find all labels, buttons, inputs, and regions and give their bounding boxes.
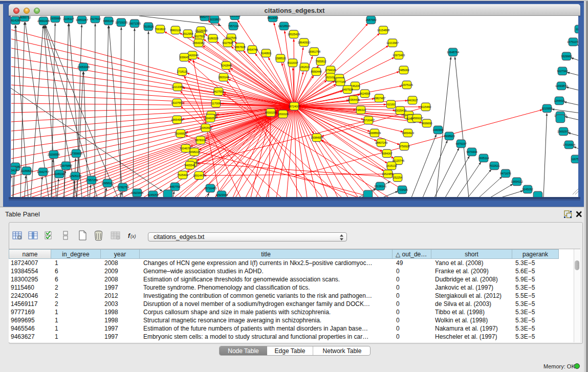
svg-text:7955812: 7955812 bbox=[315, 60, 326, 63]
svg-text:9474444: 9474444 bbox=[466, 150, 477, 154]
svg-text:16154808: 16154808 bbox=[377, 29, 389, 32]
svg-text:7386322: 7386322 bbox=[355, 108, 366, 112]
svg-text:18325419: 18325419 bbox=[288, 33, 300, 36]
svg-text:1615132: 1615132 bbox=[386, 164, 397, 167]
svg-text:117006: 117006 bbox=[211, 102, 221, 105]
svg-text:2803144: 2803144 bbox=[218, 76, 229, 79]
svg-text:1244415: 1244415 bbox=[554, 99, 564, 102]
svg-text:7357224: 7357224 bbox=[228, 25, 239, 28]
svg-text:10719155: 10719155 bbox=[115, 21, 127, 24]
svg-text:9699695: 9699695 bbox=[421, 122, 432, 125]
svg-text:17359938: 17359938 bbox=[70, 152, 82, 155]
svg-text:12093873: 12093873 bbox=[555, 84, 568, 87]
svg-text:16033809: 16033809 bbox=[208, 18, 221, 21]
svg-text:10958107: 10958107 bbox=[101, 182, 114, 185]
svg-text:18807249: 18807249 bbox=[375, 141, 387, 144]
svg-text:19218506: 19218506 bbox=[278, 25, 290, 28]
svg-text:9457791: 9457791 bbox=[169, 185, 180, 188]
svg-text:10648764: 10648764 bbox=[447, 51, 460, 54]
svg-text:2867608: 2867608 bbox=[234, 46, 245, 49]
svg-text:19654963: 19654963 bbox=[171, 118, 183, 121]
svg-text:8471676: 8471676 bbox=[500, 172, 511, 175]
svg-text:8938923: 8938923 bbox=[444, 135, 454, 138]
svg-text:20206556: 20206556 bbox=[48, 153, 60, 156]
svg-text:939645: 939645 bbox=[180, 56, 189, 59]
svg-text:19524851: 19524851 bbox=[382, 172, 394, 176]
svg-text:3913419: 3913419 bbox=[11, 169, 17, 172]
svg-text:8581304: 8581304 bbox=[229, 16, 241, 17]
svg-text:16543382: 16543382 bbox=[192, 41, 205, 45]
svg-text:3912954: 3912954 bbox=[182, 32, 193, 35]
svg-text:6497508: 6497508 bbox=[342, 88, 353, 91]
svg-text:16107552: 16107552 bbox=[171, 101, 183, 104]
svg-text:3498222: 3498222 bbox=[189, 150, 200, 154]
svg-text:10654112: 10654112 bbox=[511, 180, 523, 183]
svg-text:10653267: 10653267 bbox=[76, 18, 88, 21]
svg-text:1830029: 1830029 bbox=[277, 113, 288, 116]
svg-text:3624554: 3624554 bbox=[359, 92, 371, 95]
svg-text:8215955: 8215955 bbox=[541, 107, 552, 110]
svg-text:2935114: 2935114 bbox=[478, 157, 490, 160]
svg-text:2105327: 2105327 bbox=[63, 17, 74, 20]
svg-text:11156829: 11156829 bbox=[20, 169, 32, 172]
svg-text:8990448: 8990448 bbox=[311, 70, 321, 73]
svg-text:(x): (x) bbox=[130, 234, 136, 239]
svg-text:7663822: 7663822 bbox=[155, 28, 165, 31]
svg-text:9146821: 9146821 bbox=[260, 52, 271, 55]
svg-text:9465546: 9465546 bbox=[184, 164, 195, 167]
svg-text:12975115: 12975115 bbox=[401, 83, 413, 86]
svg-text:15226058: 15226058 bbox=[195, 29, 207, 32]
svg-text:9756928: 9756928 bbox=[399, 145, 409, 148]
svg-text:1145194: 1145194 bbox=[54, 172, 66, 176]
svg-text:10688609: 10688609 bbox=[368, 132, 381, 135]
svg-text:9914289: 9914289 bbox=[11, 19, 21, 22]
svg-text:9242848: 9242848 bbox=[221, 64, 231, 67]
svg-text:62160: 62160 bbox=[387, 103, 395, 106]
svg-text:7632621: 7632621 bbox=[489, 164, 499, 167]
svg-text:20053346: 20053346 bbox=[77, 65, 90, 69]
svg-text:16914479: 16914479 bbox=[193, 174, 205, 177]
svg-text:12213967: 12213967 bbox=[386, 41, 399, 45]
svg-text:7515526: 7515526 bbox=[143, 25, 154, 28]
svg-text:12923448: 12923448 bbox=[131, 191, 143, 194]
svg-text:6479197: 6479197 bbox=[455, 142, 466, 145]
svg-text:12942757: 12942757 bbox=[37, 170, 49, 173]
svg-text:18640910: 18640910 bbox=[298, 41, 310, 44]
svg-text:9346057: 9346057 bbox=[205, 117, 215, 120]
svg-text:14569117: 14569117 bbox=[411, 117, 423, 120]
svg-text:10807487: 10807487 bbox=[373, 97, 385, 100]
svg-text:1527602: 1527602 bbox=[90, 17, 100, 20]
svg-text:9777169: 9777169 bbox=[335, 80, 345, 83]
svg-text:9463627: 9463627 bbox=[407, 99, 418, 102]
svg-text:10973493: 10973493 bbox=[393, 54, 405, 57]
svg-text:1362615: 1362615 bbox=[299, 65, 310, 69]
svg-text:9115460: 9115460 bbox=[421, 105, 431, 108]
svg-text:116753: 116753 bbox=[571, 158, 578, 161]
svg-text:16961758: 16961758 bbox=[308, 50, 320, 53]
svg-text:1440995: 1440995 bbox=[432, 128, 443, 132]
svg-text:10025438: 10025438 bbox=[394, 109, 406, 112]
svg-text:9245053: 9245053 bbox=[147, 193, 158, 196]
svg-text:16782759: 16782759 bbox=[117, 186, 129, 189]
svg-text:17957255: 17957255 bbox=[85, 179, 98, 182]
svg-text:252254: 252254 bbox=[393, 176, 403, 179]
svg-text:19166825: 19166825 bbox=[175, 132, 187, 135]
svg-text:1733426: 1733426 bbox=[397, 188, 407, 191]
svg-text:7625402: 7625402 bbox=[177, 173, 188, 177]
svg-text:19654923: 19654923 bbox=[402, 132, 414, 135]
svg-text:14055712: 14055712 bbox=[18, 16, 31, 19]
svg-text:15692971: 15692971 bbox=[557, 130, 570, 133]
svg-text:13975887: 13975887 bbox=[60, 164, 72, 167]
svg-text:9245052: 9245052 bbox=[522, 188, 533, 191]
svg-text:16671355: 16671355 bbox=[128, 22, 141, 25]
svg-text:8186328: 8186328 bbox=[207, 37, 218, 40]
svg-text:8427552: 8427552 bbox=[213, 90, 224, 93]
svg-text:13353594: 13353594 bbox=[200, 126, 212, 129]
svg-text:20364436: 20364436 bbox=[347, 98, 360, 101]
svg-text:2687682: 2687682 bbox=[365, 18, 376, 21]
svg-text:15720407: 15720407 bbox=[362, 119, 375, 122]
svg-text:9327508: 9327508 bbox=[222, 41, 233, 45]
svg-text:9329966: 9329966 bbox=[561, 55, 572, 58]
svg-text:1935999: 1935999 bbox=[50, 17, 60, 20]
svg-text:18724007: 18724007 bbox=[288, 105, 300, 108]
